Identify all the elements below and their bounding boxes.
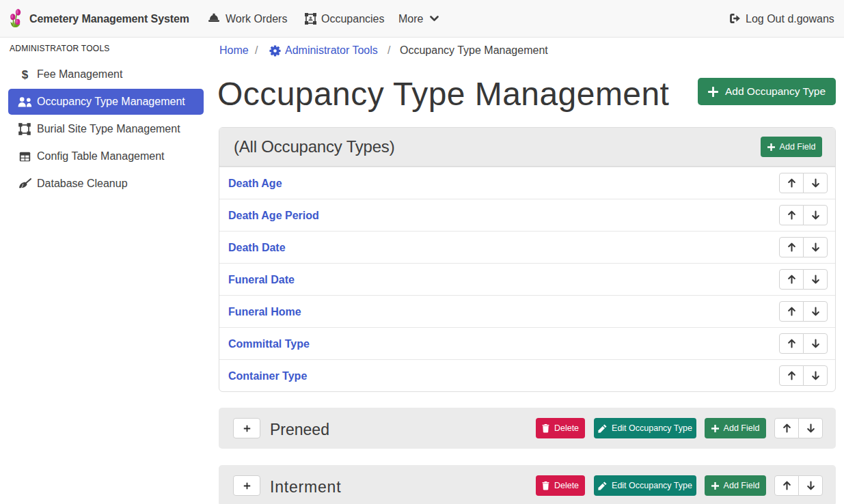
svg-text:$: $ bbox=[21, 68, 28, 81]
